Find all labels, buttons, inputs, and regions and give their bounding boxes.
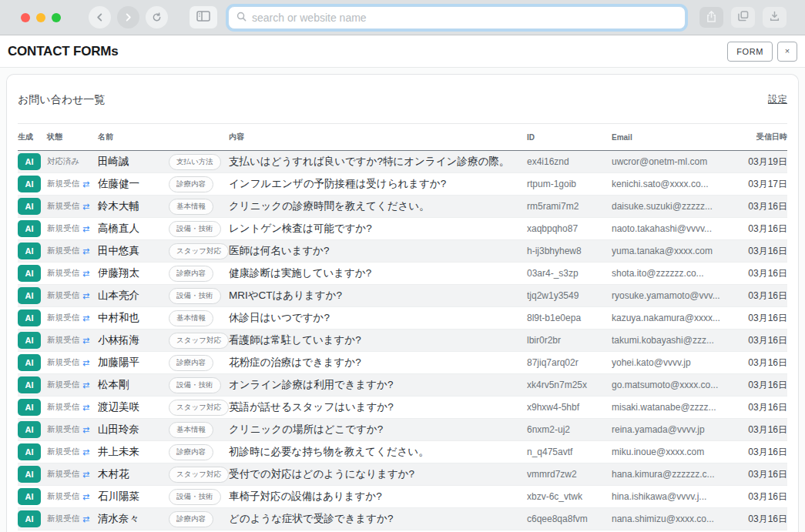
reload-button[interactable] — [146, 6, 168, 28]
sync-arrows-icon[interactable]: ⇄ — [82, 470, 89, 479]
forward-button[interactable] — [117, 6, 139, 28]
back-button[interactable] — [89, 6, 111, 28]
gen-cell: AI — [18, 220, 47, 237]
content-cell: 車椅子対応の設備はありますか? — [229, 490, 527, 504]
content-cell: 受付での対応はどのようになりますか? — [229, 467, 527, 481]
share-button[interactable] — [699, 7, 723, 28]
ai-generate-button[interactable]: AI — [18, 488, 41, 505]
name-cell: 山本亮介 — [98, 289, 169, 303]
ai-generate-button[interactable]: AI — [18, 265, 41, 282]
table-row[interactable]: AI 新規受信 ⇄ 佐藤健一 診療内容 インフルエンザの予防接種は受けられますか… — [18, 173, 787, 196]
ai-generate-button[interactable]: AI — [18, 421, 41, 438]
sync-arrows-icon[interactable]: ⇄ — [82, 180, 89, 189]
ai-generate-button[interactable]: AI — [18, 176, 41, 192]
email-cell: reina.yamada@vvvv.jp — [612, 424, 740, 435]
form-button[interactable]: FORM — [727, 42, 773, 62]
email-cell: takumi.kobayashi@zzz... — [612, 335, 740, 346]
address-bar[interactable] — [228, 6, 686, 29]
table-row[interactable]: AI 新規受信 ⇄ 清水奈々 診療内容 どのような症状で受診できますか? c6q… — [18, 508, 787, 530]
sync-arrows-icon[interactable]: ⇄ — [82, 269, 89, 278]
ai-generate-button[interactable]: AI — [18, 287, 41, 304]
minimize-window-button[interactable] — [36, 13, 45, 22]
downloads-button[interactable] — [763, 7, 787, 28]
sync-arrows-icon[interactable]: ⇄ — [82, 448, 89, 457]
ai-generate-button[interactable]: AI — [18, 332, 41, 349]
table-row[interactable]: AI 新規受信 ⇄ 松本剛 設備・技術 オンライン診療は利用できますか? xk4… — [18, 374, 787, 396]
sync-arrows-icon[interactable]: ⇄ — [82, 493, 89, 501]
table-row[interactable]: AI 新規受信 ⇄ 渡辺美咲 スタッフ対応 英語が話せるスタッフはいますか? x… — [18, 396, 787, 419]
table-row[interactable]: AI 新規受信 ⇄ 山田玲奈 基本情報 クリニックの場所はどこですか? 6nxm… — [18, 419, 787, 441]
sync-arrows-icon[interactable]: ⇄ — [82, 225, 89, 233]
table-row[interactable]: AI 新規受信 ⇄ 伊藤翔太 診療内容 健康診断は実施していますか? 03ar4… — [18, 263, 787, 285]
email-cell: hina.ishikawa@vvvv.j... — [612, 491, 740, 502]
id-cell: lbir0r2br — [527, 335, 612, 346]
category-cell: スタッフ対応 — [169, 333, 229, 349]
sync-arrows-icon[interactable]: ⇄ — [82, 314, 89, 323]
ai-generate-button[interactable]: AI — [18, 443, 41, 460]
date-cell: 03月17日 — [740, 178, 787, 191]
ai-generate-button[interactable]: AI — [18, 309, 41, 326]
table-row[interactable]: AI 新規受信 ⇄ 中村和也 基本情報 休診日はいつですか? 8l9t-b1e0… — [18, 307, 787, 330]
table-row[interactable]: AI 新規受信 ⇄ 木村花 スタッフ対応 受付での対応はどのようになりますか? … — [18, 463, 787, 486]
name-cell: 山田玲奈 — [98, 423, 169, 437]
sync-arrows-icon[interactable]: ⇄ — [82, 292, 89, 300]
sync-arrows-icon[interactable]: ⇄ — [82, 426, 89, 434]
table-row[interactable]: AI 新規受信 ⇄ 加藤陽平 診療内容 花粉症の治療はできますか? 87jiq7… — [18, 352, 787, 374]
id-cell: xbzv-6c_vtwk — [527, 491, 612, 502]
name-cell: 中村和也 — [98, 311, 169, 325]
sync-arrows-icon[interactable]: ⇄ — [82, 247, 89, 256]
ai-generate-button[interactable]: AI — [18, 399, 41, 416]
sidebar-toggle-button[interactable] — [190, 6, 217, 28]
table-row[interactable]: AI 新規受信 ⇄ 石川陽菜 設備・技術 車椅子対応の設備はありますか? xbz… — [18, 486, 787, 508]
chevron-right-icon — [124, 13, 132, 22]
category-cell: 設備・技術 — [169, 221, 229, 237]
name-cell: 佐藤健一 — [98, 177, 169, 191]
settings-link[interactable]: 設定 — [768, 93, 787, 106]
gen-cell: AI — [18, 354, 47, 371]
id-cell: ex4i16znd — [527, 156, 612, 167]
status-label: 新規受信 — [47, 335, 79, 346]
ai-generate-button[interactable]: AI — [18, 243, 41, 259]
category-cell: 基本情報 — [169, 199, 229, 215]
name-cell: 田崎誠 — [98, 155, 169, 169]
close-panel-button[interactable]: × — [777, 42, 797, 62]
table-row[interactable]: AI 対応済み 田崎誠 支払い方法 支払いはどうすれば良いですか?特にオンライン… — [18, 151, 787, 173]
content-cell: インフルエンザの予防接種は受けられますか? — [229, 177, 527, 191]
ai-generate-button[interactable]: AI — [18, 153, 41, 170]
email-cell: hana.kimura@zzzzzz.c... — [612, 469, 740, 480]
table-row[interactable]: AI 新規受信 ⇄ 山本亮介 設備・技術 MRIやCTはありますか? tjq2w… — [18, 285, 787, 307]
ai-generate-button[interactable]: AI — [18, 198, 41, 215]
reload-icon — [152, 12, 162, 22]
name-cell: 清水奈々 — [98, 512, 169, 526]
maximize-window-button[interactable] — [52, 13, 61, 22]
table-row[interactable]: AI 新規受信 ⇄ 高橋直人 設備・技術 レントゲン検査は可能ですか? xaqb… — [18, 218, 787, 240]
status-label: 新規受信 — [47, 179, 79, 189]
ai-generate-button[interactable]: AI — [18, 510, 41, 527]
content-cell: 休診日はいつですか? — [229, 311, 527, 325]
ai-generate-button[interactable]: AI — [18, 466, 41, 483]
email-cell: uwcror@onetm-ml.com — [612, 156, 740, 167]
table-row[interactable]: AI 新規受信 ⇄ 井上未来 診療内容 初診時に必要な持ち物を教えてください。 … — [18, 441, 787, 463]
sync-arrows-icon[interactable]: ⇄ — [82, 359, 89, 367]
table-row[interactable]: AI 新規受信 ⇄ 田中悠真 スタッフ対応 医師は何名いますか? h-ij3bh… — [18, 240, 787, 263]
sync-arrows-icon[interactable]: ⇄ — [82, 403, 89, 412]
sync-arrows-icon[interactable]: ⇄ — [82, 336, 89, 345]
table-row[interactable]: AI 新規受信 ⇄ 小林拓海 スタッフ対応 看護師は常駐していますか? lbir… — [18, 330, 787, 352]
sync-arrows-icon[interactable]: ⇄ — [82, 381, 89, 390]
category-cell: 設備・技術 — [169, 489, 229, 505]
status-cell: 新規受信 ⇄ — [47, 469, 98, 480]
tabs-button[interactable] — [731, 7, 755, 28]
table-row[interactable]: AI 新規受信 ⇄ 鈴木大輔 基本情報 クリニックの診療時間を教えてください。 … — [18, 196, 787, 218]
ai-generate-button[interactable]: AI — [18, 354, 41, 371]
category-badge: 支払い方法 — [169, 154, 221, 170]
ai-generate-button[interactable]: AI — [18, 376, 41, 393]
id-cell: rtpum-1goib — [527, 179, 612, 189]
ai-generate-button[interactable]: AI — [18, 220, 41, 237]
email-cell: daisuke.suzuki@zzzzz... — [612, 201, 740, 212]
sync-arrows-icon[interactable]: ⇄ — [82, 202, 89, 211]
close-window-button[interactable] — [21, 13, 30, 22]
search-input[interactable] — [252, 12, 677, 24]
sync-arrows-icon[interactable]: ⇄ — [82, 515, 89, 524]
category-badge: スタッフ対応 — [169, 400, 229, 416]
date-cell: 03月16日 — [740, 490, 787, 504]
